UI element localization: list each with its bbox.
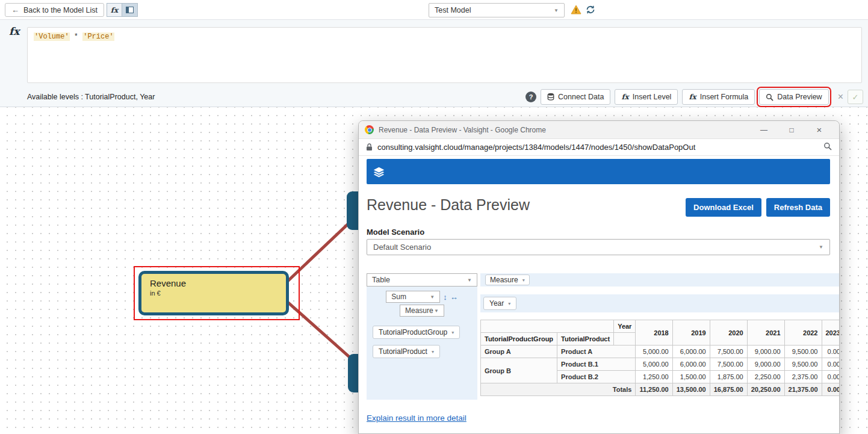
swap-vertical-icon[interactable]: ↕ <box>443 293 447 302</box>
total-value-cell: 16,875.00 <box>710 383 747 396</box>
chip-label: TutorialProductGroup <box>379 328 447 336</box>
data-preview-button[interactable]: Data Preview <box>759 89 828 105</box>
row-header-product: TutorialProduct <box>557 333 614 346</box>
fx-icon: fx <box>111 6 118 14</box>
formula-editor-toggle-button[interactable]: fx <box>107 3 122 17</box>
page-title: Revenue - Data Preview <box>367 196 530 214</box>
close-window-button[interactable]: × <box>805 121 833 139</box>
top-toolbar: ← Back to the Model List fx Test Model ▼ <box>0 0 868 20</box>
totals-row-label: Totals <box>481 383 636 396</box>
total-value-cell: 0.00 <box>822 383 839 396</box>
product-cell: Product B.1 <box>557 358 636 371</box>
aggregation-dropdown[interactable]: Sum ▼ <box>386 291 440 303</box>
panel-layout-toggle-button[interactable] <box>122 3 138 17</box>
model-scenario-label: Model Scenario <box>367 228 839 237</box>
pivot-fields-panel: Sum ▼ ↕ ↔ Measure ▼ TutorialPr <box>367 287 477 400</box>
formula-actions: ? Connect Data fx Insert Level fx Insert… <box>525 89 863 105</box>
data-preview-label: Data Preview <box>777 93 822 101</box>
column-field-year[interactable]: Year ▾ <box>483 297 516 310</box>
total-value-cell: 21,375.00 <box>784 383 822 396</box>
close-icon[interactable]: × <box>838 91 843 102</box>
node-title: Revenue <box>150 278 286 288</box>
minimize-button[interactable]: — <box>750 121 778 139</box>
app-header-banner <box>367 159 830 184</box>
warning-icon[interactable] <box>571 5 581 17</box>
scenario-dropdown[interactable]: Default Scenario ▼ <box>367 239 830 255</box>
address-bar[interactable]: consulting.valsight.cloud/manage/project… <box>359 139 839 156</box>
maximize-button[interactable]: □ <box>778 121 805 139</box>
value-cell: 2,375.00 <box>784 371 822 383</box>
view-type-dropdown[interactable]: Table ▼ <box>367 273 477 287</box>
corner-cell <box>481 320 614 333</box>
node-unit: in € <box>150 290 286 297</box>
editor-toggle-group: fx <box>107 3 138 17</box>
empty-header-cell <box>614 333 636 346</box>
measure-chip[interactable]: Measure ▾ <box>485 274 530 285</box>
value-cell: 2,250.00 <box>747 371 784 383</box>
chip-label: TutorialProduct <box>379 347 427 356</box>
refresh-data-button[interactable]: Refresh Data <box>766 198 830 217</box>
aggregation-row: Sum ▼ ↕ ↔ <box>367 291 477 303</box>
measure-dropdown[interactable]: Measure ▼ <box>400 305 444 317</box>
back-to-model-list-button[interactable]: ← Back to the Model List <box>5 3 104 17</box>
formula-token-volume: 'Volume' <box>34 33 70 41</box>
column-dimension-label: Year <box>614 320 636 333</box>
popup-content: Revenue - Data Preview Download Excel Re… <box>359 156 839 434</box>
data-preview-window: Revenue - Data Preview - Valsight - Goog… <box>358 120 840 434</box>
window-titlebar[interactable]: Revenue - Data Preview - Valsight - Goog… <box>359 121 839 139</box>
year-header: 2018 <box>636 320 672 346</box>
row-field-tutorialproduct[interactable]: TutorialProduct ▾ <box>373 345 440 358</box>
group-cell: Group B <box>481 358 557 383</box>
download-excel-button[interactable]: Download Excel <box>686 198 761 217</box>
insert-formula-button[interactable]: fx Insert Formula <box>682 89 755 105</box>
formula-input[interactable]: 'Volume' * 'Price' <box>27 27 862 83</box>
back-button-label: Back to the Model List <box>23 6 98 14</box>
insert-level-button[interactable]: fx Insert Level <box>615 89 678 105</box>
chip-label: Year <box>489 299 504 308</box>
swap-horizontal-icon[interactable]: ↔ <box>450 293 458 302</box>
total-value-cell: 13,500.00 <box>672 383 710 396</box>
value-cell: 1,500.00 <box>672 371 710 383</box>
window-controls: — □ × <box>750 121 833 139</box>
year-header: 2021 <box>747 320 784 346</box>
value-cell: 5,000.00 <box>636 358 672 371</box>
year-header: 2022 <box>784 320 822 346</box>
zoom-search-icon[interactable] <box>823 142 832 153</box>
value-cell: 9,000.00 <box>747 358 784 371</box>
total-value-cell: 20,250.00 <box>747 383 784 396</box>
row-field-chips: TutorialProductGroup ▾ TutorialProduct ▾ <box>373 326 477 358</box>
formula-operator: * <box>70 33 83 41</box>
chevron-down-icon: ▼ <box>554 8 559 13</box>
table-row: Group A Product A 5,000.00 6,000.00 7,50… <box>481 346 840 358</box>
measure-value: Measure <box>405 306 433 315</box>
explain-result-link[interactable]: Explain result in more detail <box>367 414 467 423</box>
value-cell: 1,875.00 <box>710 371 747 383</box>
row-field-tutorialproductgroup[interactable]: TutorialProductGroup ▾ <box>373 326 460 339</box>
column-field-strip: Year ▾ <box>480 294 839 312</box>
window-title: Revenue - Data Preview - Valsight - Goog… <box>379 126 546 134</box>
chevron-down-icon: ▼ <box>819 244 823 250</box>
value-cell: 0.00 <box>822 371 839 383</box>
value-cell: 9,000.00 <box>747 346 784 358</box>
layers-icon <box>373 166 385 178</box>
chevron-down-icon: ▾ <box>508 301 510 306</box>
aggregation-value: Sum <box>391 293 406 301</box>
value-cell: 9,500.00 <box>784 346 822 358</box>
measure-strip: Measure ▾ <box>480 273 839 287</box>
page-header: Revenue - Data Preview Download Excel Re… <box>367 196 830 217</box>
formula-token-price: 'Price' <box>82 33 114 41</box>
model-select-value: Test Model <box>435 6 471 14</box>
table-header-row-1: Year 2018 2019 2020 2021 2022 2023 Total… <box>481 320 840 333</box>
help-icon[interactable]: ? <box>525 91 536 102</box>
connect-data-label: Connect Data <box>558 93 604 101</box>
value-cell: 6,000.00 <box>672 346 710 358</box>
model-select-dropdown[interactable]: Test Model ▼ <box>429 3 565 17</box>
insert-level-label: Insert Level <box>633 93 672 101</box>
revenue-node[interactable]: Revenue in € <box>138 271 289 315</box>
total-value-cell: 11,250.00 <box>636 383 672 396</box>
fx-icon: fx <box>689 93 696 101</box>
refresh-icon[interactable] <box>586 5 595 17</box>
connect-data-button[interactable]: Connect Data <box>541 89 610 105</box>
chevron-down-icon: ▾ <box>432 349 434 355</box>
apply-check-button[interactable]: ✓ <box>848 90 863 104</box>
